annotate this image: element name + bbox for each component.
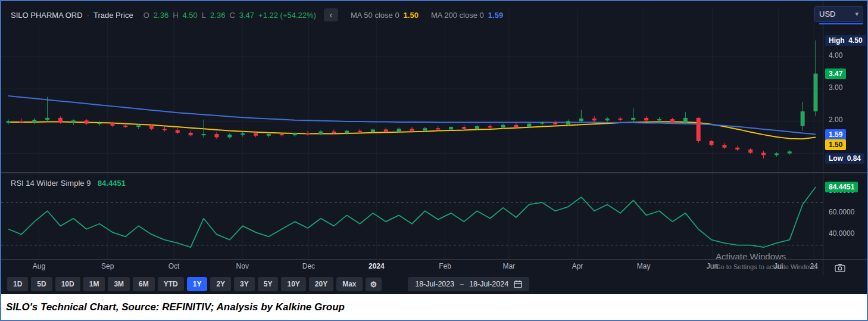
range-button-5d[interactable]: 5D <box>31 277 52 291</box>
range-toolbar: 1D5D10D1M3M6MYTD1Y2Y3Y5Y10Y20YMax ⚙ 18-J… <box>7 276 529 292</box>
date-range-end: 18-Jul-2024 <box>469 280 508 288</box>
camera-icon[interactable] <box>835 263 845 274</box>
price-axis-badge: 1.59 <box>825 129 846 140</box>
price-and-rsi-plot <box>1 1 823 275</box>
range-button-3y[interactable]: 3Y <box>234 277 255 291</box>
open-value: 2.36 <box>154 11 168 20</box>
rsi-value: 84.4451 <box>98 179 126 188</box>
date-range-start: 18-Jul-2023 <box>415 280 454 288</box>
time-axis-label-24: 24 <box>810 262 818 270</box>
price-axis-badge: 3.47 <box>825 68 846 79</box>
currency-label: USD <box>819 10 835 18</box>
ma50-value: 1.50 <box>404 11 419 20</box>
rsi-legend: RSI 14 Wilder Simple 9 84.4451 <box>11 179 126 188</box>
time-axis-label-aug: Aug <box>33 262 45 270</box>
range-button-3m[interactable]: 3M <box>108 277 130 291</box>
ma200-value: 1.59 <box>488 11 503 20</box>
time-axis-label-dec: Dec <box>302 262 315 270</box>
time-axis-label-mar: Mar <box>502 262 515 270</box>
date-range-separator: – <box>460 280 464 288</box>
currency-selector-underline <box>819 23 863 24</box>
range-settings-button[interactable]: ⚙ <box>366 278 382 291</box>
collapse-legend-button[interactable]: ‹ <box>324 8 338 21</box>
time-axis-label-may: May <box>637 262 651 270</box>
symbol-title: SILO PHARMA ORD <box>11 11 83 20</box>
range-button-max[interactable]: Max <box>336 277 362 291</box>
range-button-10y[interactable]: 10Y <box>281 277 305 291</box>
time-axis-divider <box>1 259 867 260</box>
high-label: H <box>173 11 178 20</box>
time-axis-label-oct: Oct <box>168 262 180 270</box>
rsi-indicator-label: RSI 14 Wilder Simple 9 <box>11 179 90 188</box>
price-axis-badge: High 4.50 <box>825 35 866 46</box>
ma50-label: MA 50 close 0 <box>351 11 399 20</box>
time-axis-label-2024: 2024 <box>369 262 385 270</box>
open-label: O <box>143 11 149 20</box>
calendar-icon <box>514 280 522 288</box>
gear-icon: ⚙ <box>370 280 377 289</box>
ma200-label: MA 200 close 0 <box>431 11 484 20</box>
range-button-10d[interactable]: 10D <box>55 277 80 291</box>
chart-window: SILO PHARMA ORD · Trade Price O 2.36 H 4… <box>0 0 868 321</box>
time-axis-label-feb: Feb <box>439 262 451 270</box>
separator: · <box>87 11 89 20</box>
watermark-line1: Activate Windows <box>716 251 819 261</box>
caption-text: SILO's Technical Chart, Source: REFINITI… <box>6 301 345 313</box>
caption-bar: SILO's Technical Chart, Source: REFINITI… <box>1 294 867 320</box>
time-axis[interactable]: AugSepOctNovDec2024FebMarAprMayJunJul24 <box>1 262 823 274</box>
close-value: 3.47 <box>239 11 254 20</box>
price-axis-badge: 1.50 <box>825 139 846 150</box>
date-range-picker[interactable]: 18-Jul-2023 – 18-Jul-2024 <box>408 277 529 291</box>
range-button-6m[interactable]: 6M <box>133 277 155 291</box>
time-axis-label-sep: Sep <box>101 262 114 270</box>
low-label: L <box>202 11 206 20</box>
high-value: 4.50 <box>183 11 198 20</box>
series-type-label: Trade Price <box>93 11 133 20</box>
time-axis-label-jul: Jul <box>774 262 783 270</box>
range-button-1m[interactable]: 1M <box>83 277 105 291</box>
price-axis-label: 3.00 <box>829 83 842 92</box>
low-value: 2.36 <box>210 11 225 20</box>
rsi-axis-label: 40.0000 <box>829 229 854 238</box>
range-button-ytd[interactable]: YTD <box>158 277 184 291</box>
time-axis-label-nov: Nov <box>236 262 249 270</box>
rsi-axis-badge: 84.4451 <box>825 182 858 192</box>
range-button-1y[interactable]: 1Y <box>187 277 208 291</box>
price-axis-badge: Low 0.84 <box>825 153 864 164</box>
price-axis-label: 2.00 <box>829 116 842 124</box>
chart-header: SILO PHARMA ORD · Trade Price O 2.36 H 4… <box>11 8 503 21</box>
time-axis-label-jun: Jun <box>707 262 718 270</box>
range-button-2y[interactable]: 2Y <box>210 277 231 291</box>
change-value: +1.22 (+54.22%) <box>258 11 316 20</box>
range-button-20y[interactable]: 20Y <box>309 277 333 291</box>
price-axis-divider <box>823 1 823 275</box>
price-axis-label: 4.00 <box>829 51 842 60</box>
range-buttons: 1D5D10D1M3M6MYTD1Y2Y3Y5Y10Y20YMax <box>7 277 363 291</box>
caret-down-icon: ▾ <box>855 10 858 18</box>
time-axis-label-apr: Apr <box>572 262 583 270</box>
pane-divider[interactable] <box>1 172 867 173</box>
close-label: C <box>229 11 235 20</box>
range-button-5y[interactable]: 5Y <box>258 277 279 291</box>
range-button-1d[interactable]: 1D <box>7 277 28 291</box>
rsi-axis-label: 60.0000 <box>829 208 854 216</box>
currency-selector[interactable]: USD ▾ <box>814 6 863 22</box>
chevron-left-icon: ‹ <box>330 10 333 20</box>
